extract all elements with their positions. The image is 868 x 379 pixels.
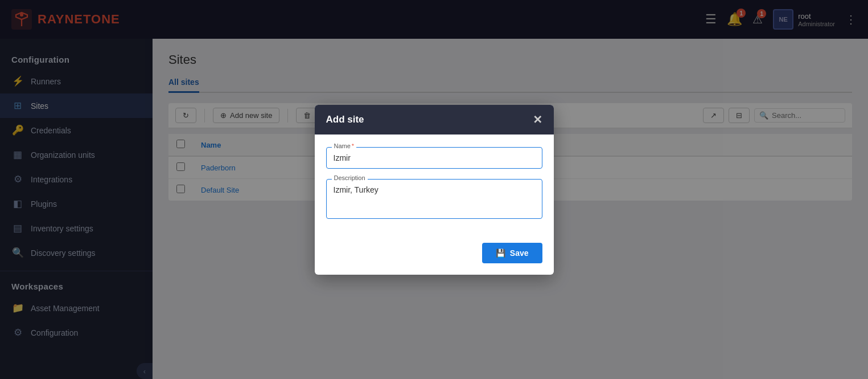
name-label: Name* — [332, 142, 357, 149]
name-field: Name* — [326, 147, 542, 169]
modal-body: Name* Description — [315, 135, 554, 243]
modal-header: Add site ✕ — [315, 105, 554, 135]
description-input[interactable] — [326, 179, 542, 219]
modal-close-btn[interactable]: ✕ — [533, 114, 542, 125]
modal-title: Add site — [326, 114, 364, 125]
description-label: Description — [332, 174, 368, 181]
save-button[interactable]: 💾 Save — [482, 243, 542, 263]
save-icon: 💾 — [496, 248, 505, 258]
modal-overlay[interactable]: Add site ✕ Name* Description 💾 Save — [0, 0, 868, 379]
add-site-modal: Add site ✕ Name* Description 💾 Save — [315, 105, 554, 275]
description-field: Description — [326, 179, 542, 221]
modal-footer: 💾 Save — [315, 243, 554, 275]
name-input[interactable] — [326, 147, 542, 169]
